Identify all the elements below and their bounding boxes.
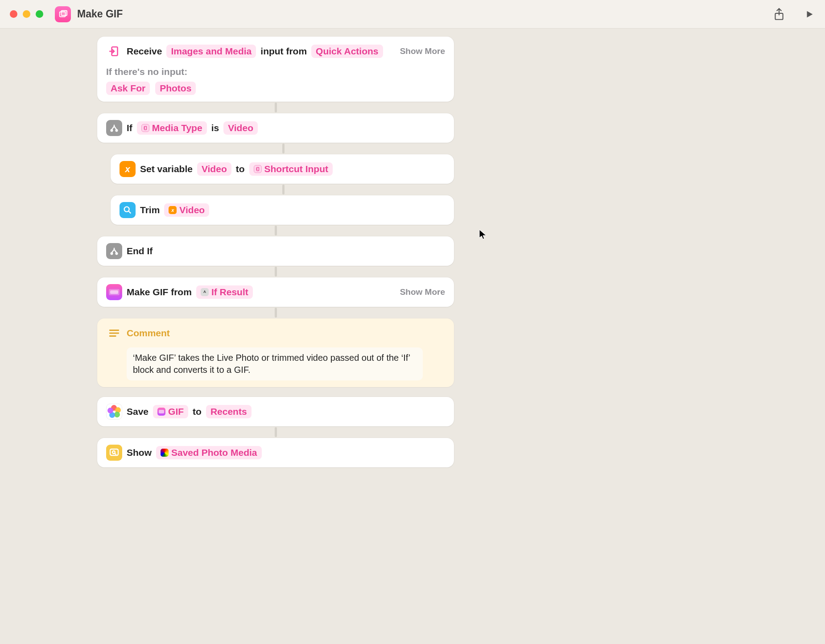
variable-mini-icon: x bbox=[169, 206, 177, 214]
token-fallback-param[interactable]: Photos bbox=[155, 82, 196, 95]
receive-label: Receive bbox=[127, 46, 162, 57]
svg-point-9 bbox=[111, 253, 113, 255]
shortcut-icon bbox=[55, 6, 71, 22]
action-comment[interactable]: Comment ‘Make GIF’ takes the Live Photo … bbox=[97, 318, 454, 387]
token-input-type[interactable]: Images and Media bbox=[166, 45, 256, 58]
if-variable-name: Media Type bbox=[152, 123, 202, 133]
svg-rect-12 bbox=[110, 290, 118, 294]
minimize-button[interactable] bbox=[23, 10, 30, 18]
token-source[interactable]: Quick Actions bbox=[311, 45, 383, 58]
input-icon bbox=[106, 43, 122, 59]
token-var-name[interactable]: Video bbox=[197, 162, 231, 176]
svg-rect-16 bbox=[159, 410, 164, 413]
show-more-button[interactable]: Show More bbox=[400, 46, 445, 56]
variable-icon: x bbox=[120, 161, 136, 177]
action-if[interactable]: If Media Type is Video bbox=[97, 113, 454, 143]
svg-point-18 bbox=[112, 451, 115, 454]
token-gif-source[interactable]: If Result bbox=[196, 285, 253, 299]
gif-icon bbox=[106, 284, 122, 300]
token-save-album[interactable]: Recents bbox=[206, 405, 252, 418]
save-to: to bbox=[193, 406, 202, 417]
svg-rect-1 bbox=[61, 10, 67, 15]
token-if-value[interactable]: Video bbox=[223, 121, 258, 135]
comment-icon bbox=[106, 325, 122, 341]
connector bbox=[275, 267, 277, 277]
close-button[interactable] bbox=[10, 10, 17, 18]
photos-mini-icon bbox=[161, 449, 169, 457]
connector bbox=[275, 427, 277, 437]
show-label: Show bbox=[127, 447, 152, 458]
connector bbox=[275, 308, 277, 318]
connector bbox=[275, 103, 277, 112]
quicklook-icon bbox=[106, 445, 122, 461]
connector bbox=[275, 226, 277, 235]
token-fallback-action[interactable]: Ask For bbox=[106, 82, 150, 95]
connector bbox=[282, 144, 285, 153]
gif-mini-icon bbox=[157, 408, 165, 416]
comment-body[interactable]: ‘Make GIF’ takes the Live Photo or trimm… bbox=[127, 347, 423, 380]
branch-icon bbox=[106, 243, 122, 259]
set-var-to: to bbox=[236, 164, 245, 174]
show-more-button[interactable]: Show More bbox=[400, 287, 445, 297]
if-label: If bbox=[127, 123, 132, 133]
canvas[interactable]: Receive Images and Media input from Quic… bbox=[0, 29, 825, 644]
receive-from-label: input from bbox=[260, 46, 307, 57]
connector bbox=[282, 185, 285, 194]
gif-source-name: If Result bbox=[211, 287, 248, 297]
action-receive[interactable]: Receive Images and Media input from Quic… bbox=[97, 37, 454, 102]
titlebar: Make GIF bbox=[0, 0, 825, 29]
show-item-name: Saved Photo Media bbox=[171, 447, 257, 458]
run-icon[interactable] bbox=[804, 8, 814, 20]
svg-point-4 bbox=[111, 130, 113, 132]
set-var-label: Set variable bbox=[140, 164, 193, 174]
token-show-item[interactable]: Saved Photo Media bbox=[156, 446, 262, 459]
action-save[interactable]: Save GIF to Recents bbox=[97, 397, 454, 426]
var-value-name: Shortcut Input bbox=[264, 164, 328, 174]
variable-mini-icon bbox=[141, 124, 149, 132]
action-make-gif[interactable]: Make GIF from If Result Show More bbox=[97, 277, 454, 307]
trim-label: Trim bbox=[140, 205, 160, 215]
end-if-label: End If bbox=[127, 246, 153, 256]
action-trim[interactable]: Trim x Video bbox=[111, 195, 454, 225]
no-input-label: If there's no input: bbox=[106, 66, 445, 77]
trim-target-name: Video bbox=[179, 205, 205, 215]
token-var-value[interactable]: Shortcut Input bbox=[249, 162, 333, 176]
branch-mini-icon bbox=[201, 288, 209, 296]
svg-point-8 bbox=[124, 207, 129, 212]
save-item-name: GIF bbox=[168, 406, 184, 417]
svg-point-10 bbox=[116, 253, 118, 255]
zoom-button[interactable] bbox=[36, 10, 43, 18]
svg-point-5 bbox=[116, 130, 118, 132]
photos-icon bbox=[106, 404, 122, 420]
save-label: Save bbox=[127, 406, 148, 417]
action-end-if[interactable]: End If bbox=[97, 236, 454, 266]
branch-icon bbox=[106, 120, 122, 136]
if-comparator: is bbox=[211, 123, 219, 133]
share-icon[interactable] bbox=[773, 8, 785, 21]
token-save-item[interactable]: GIF bbox=[153, 405, 188, 418]
variable-mini-icon bbox=[254, 165, 262, 173]
window-controls bbox=[10, 10, 43, 18]
quicklook-icon bbox=[120, 202, 136, 218]
token-trim-target[interactable]: x Video bbox=[164, 203, 209, 217]
shortcut-title: Make GIF bbox=[77, 8, 123, 20]
make-gif-label: Make GIF from bbox=[127, 287, 192, 297]
action-show[interactable]: Show Saved Photo Media bbox=[97, 438, 454, 467]
action-set-variable[interactable]: x Set variable Video to Shortcut Input bbox=[111, 154, 454, 184]
token-if-variable[interactable]: Media Type bbox=[137, 121, 207, 135]
comment-title: Comment bbox=[127, 328, 170, 339]
svg-rect-17 bbox=[110, 449, 118, 455]
